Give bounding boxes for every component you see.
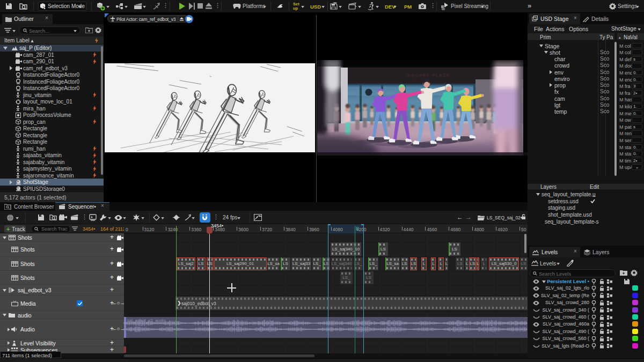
svg-text:SQUARE PLAZA: SQUARE PLAZA — [407, 73, 450, 78]
